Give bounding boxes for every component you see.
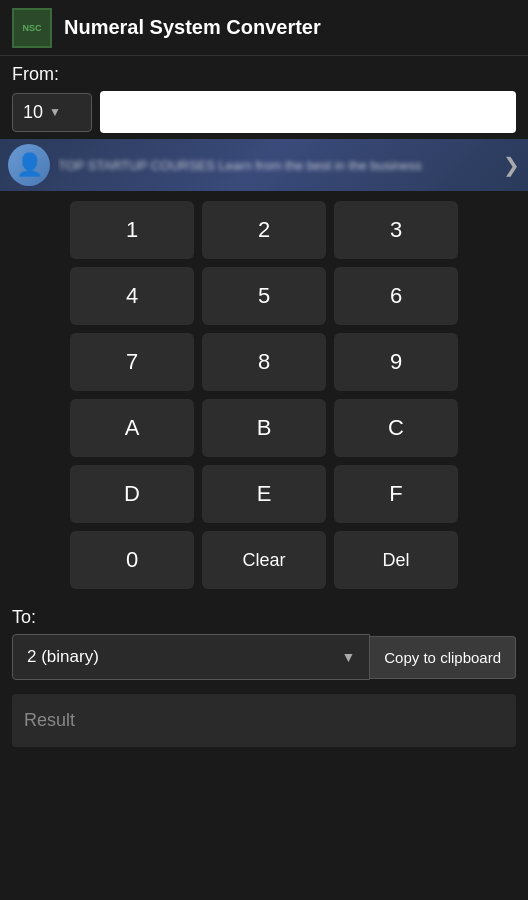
key-8[interactable]: 8 (202, 333, 326, 391)
base-from-value: 10 (23, 102, 43, 123)
key-e[interactable]: E (202, 465, 326, 523)
ad-banner[interactable]: 👤 TOP STARTUP COURSES Learn from the bes… (0, 139, 528, 191)
key-4[interactable]: 4 (70, 267, 194, 325)
base-from-dropdown[interactable]: 10 ▼ (12, 93, 92, 132)
app-icon: NSC (12, 8, 52, 48)
dropdown-arrow-icon: ▼ (49, 105, 61, 119)
from-row: 10 ▼ (12, 91, 516, 133)
number-input[interactable] (100, 91, 516, 133)
copy-to-clipboard-button[interactable]: Copy to clipboard (370, 636, 516, 679)
key-1[interactable]: 1 (70, 201, 194, 259)
from-label: From: (12, 64, 516, 85)
key-5[interactable]: 5 (202, 267, 326, 325)
from-section: From: 10 ▼ (0, 56, 528, 139)
ad-avatar: 👤 (8, 144, 50, 186)
to-section: To: 2 (binary) ▼ Copy to clipboard (0, 599, 528, 686)
keypad: 1 2 3 4 5 6 7 8 9 A B C D E F 0 Clear De… (0, 191, 528, 599)
key-d[interactable]: D (70, 465, 194, 523)
key-6[interactable]: 6 (334, 267, 458, 325)
key-c[interactable]: C (334, 399, 458, 457)
key-f[interactable]: F (334, 465, 458, 523)
app-title: Numeral System Converter (64, 16, 321, 39)
ad-text-area: TOP STARTUP COURSES Learn from the best … (58, 156, 495, 174)
ad-arrow-icon: ❯ (503, 153, 520, 177)
to-dropdown-arrow-icon: ▼ (341, 649, 355, 665)
key-a[interactable]: A (70, 399, 194, 457)
to-row: 2 (binary) ▼ Copy to clipboard (12, 634, 516, 680)
key-9[interactable]: 9 (334, 333, 458, 391)
key-3[interactable]: 3 (334, 201, 458, 259)
base-to-dropdown[interactable]: 2 (binary) ▼ (12, 634, 370, 680)
key-del[interactable]: Del (334, 531, 458, 589)
to-label: To: (12, 607, 516, 628)
result-area: Result (12, 694, 516, 747)
ad-text: TOP STARTUP COURSES Learn from the best … (58, 158, 422, 173)
result-placeholder: Result (24, 710, 75, 730)
base-to-value: 2 (binary) (27, 647, 99, 667)
key-b[interactable]: B (202, 399, 326, 457)
key-2[interactable]: 2 (202, 201, 326, 259)
key-0[interactable]: 0 (70, 531, 194, 589)
title-bar: NSC Numeral System Converter (0, 0, 528, 56)
key-clear[interactable]: Clear (202, 531, 326, 589)
key-7[interactable]: 7 (70, 333, 194, 391)
